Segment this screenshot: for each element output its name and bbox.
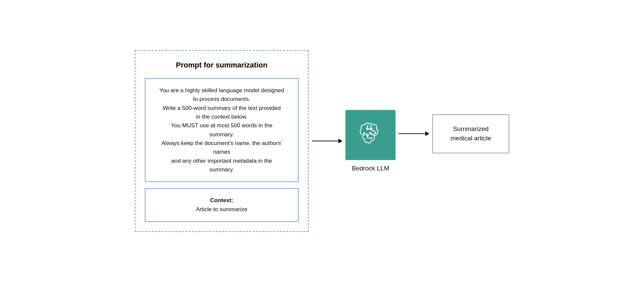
svg-line-5 [371, 129, 374, 131]
output-text: Summarized medical article [450, 125, 491, 142]
bedrock-box [345, 110, 396, 160]
svg-line-13 [373, 133, 375, 135]
svg-point-9 [371, 137, 372, 139]
diagram-container: Prompt for summarization You are a highl… [0, 0, 644, 282]
svg-point-11 [363, 132, 365, 134]
context-label: Context: [210, 197, 233, 203]
brain-circuit-icon [355, 120, 386, 150]
bedrock-section: Bedrock LLM [345, 110, 396, 172]
arrow-line-1 [312, 141, 342, 141]
svg-point-1 [367, 125, 368, 127]
prompt-text-box: You are a highly skilled language model … [145, 78, 299, 182]
context-value: Article to summarize [196, 206, 247, 213]
svg-point-6 [374, 131, 375, 132]
bedrock-label: Bedrock LLM [352, 165, 389, 172]
output-box: Summarized medical article [432, 114, 509, 153]
arrow-line-2 [399, 133, 429, 134]
svg-point-4 [370, 125, 372, 127]
prompt-title: Prompt for summarization [145, 61, 299, 72]
svg-point-14 [375, 132, 377, 134]
arrow-to-output [399, 133, 429, 134]
prompt-text: You are a highly skilled language model … [152, 86, 291, 174]
prompt-outer-box: Prompt for summarization You are a highl… [135, 50, 309, 232]
context-box: Context: Article to summarize [145, 188, 299, 222]
context-text: Context: Article to summarize [152, 196, 291, 214]
arrow-to-bedrock [312, 141, 342, 141]
